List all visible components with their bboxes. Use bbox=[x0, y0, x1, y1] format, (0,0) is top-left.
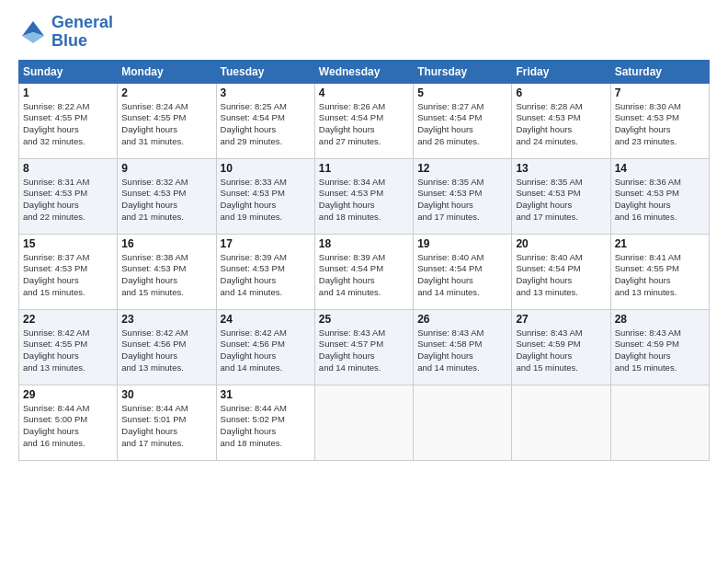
calendar-day-30: 30 Sunrise: 8:44 AM Sunset: 5:01 PM Dayl… bbox=[118, 385, 216, 460]
day-info: Sunrise: 8:43 AM Sunset: 4:59 PM Dayligh… bbox=[615, 327, 705, 374]
calendar-day-5: 5 Sunrise: 8:27 AM Sunset: 4:54 PM Dayli… bbox=[414, 83, 512, 158]
day-info: Sunrise: 8:42 AM Sunset: 4:56 PM Dayligh… bbox=[221, 327, 311, 374]
calendar-day-29: 29 Sunrise: 8:44 AM Sunset: 5:00 PM Dayl… bbox=[19, 385, 118, 460]
calendar-empty bbox=[610, 385, 709, 460]
day-number: 1 bbox=[23, 86, 113, 99]
calendar-empty bbox=[414, 385, 512, 460]
calendar-day-20: 20 Sunrise: 8:40 AM Sunset: 4:54 PM Dayl… bbox=[512, 234, 610, 309]
day-number: 30 bbox=[121, 388, 211, 401]
calendar-day-15: 15 Sunrise: 8:37 AM Sunset: 4:53 PM Dayl… bbox=[19, 234, 118, 309]
calendar-day-21: 21 Sunrise: 8:41 AM Sunset: 4:55 PM Dayl… bbox=[610, 234, 709, 309]
day-number: 19 bbox=[417, 237, 507, 250]
day-info: Sunrise: 8:35 AM Sunset: 4:53 PM Dayligh… bbox=[417, 177, 507, 224]
day-number: 28 bbox=[615, 313, 705, 326]
calendar-day-31: 31 Sunrise: 8:44 AM Sunset: 5:02 PM Dayl… bbox=[216, 385, 314, 460]
day-number: 18 bbox=[319, 237, 409, 250]
day-info: Sunrise: 8:31 AM Sunset: 4:53 PM Dayligh… bbox=[23, 177, 113, 224]
day-info: Sunrise: 8:22 AM Sunset: 4:55 PM Dayligh… bbox=[23, 101, 113, 148]
day-number: 15 bbox=[23, 237, 113, 250]
day-number: 21 bbox=[615, 237, 705, 250]
day-number: 27 bbox=[516, 313, 606, 326]
calendar-day-22: 22 Sunrise: 8:42 AM Sunset: 4:55 PM Dayl… bbox=[19, 309, 118, 385]
day-number: 31 bbox=[221, 388, 311, 401]
calendar-table: SundayMondayTuesdayWednesdayThursdayFrid… bbox=[18, 60, 710, 461]
calendar-day-24: 24 Sunrise: 8:42 AM Sunset: 4:56 PM Dayl… bbox=[216, 309, 314, 385]
day-number: 4 bbox=[319, 86, 409, 99]
day-number: 16 bbox=[121, 237, 211, 250]
calendar-empty bbox=[314, 385, 413, 460]
day-number: 6 bbox=[516, 86, 606, 99]
calendar-day-1: 1 Sunrise: 8:22 AM Sunset: 4:55 PM Dayli… bbox=[19, 83, 118, 158]
calendar-day-6: 6 Sunrise: 8:28 AM Sunset: 4:53 PM Dayli… bbox=[512, 83, 610, 158]
calendar-day-19: 19 Sunrise: 8:40 AM Sunset: 4:54 PM Dayl… bbox=[414, 234, 512, 309]
day-info: Sunrise: 8:37 AM Sunset: 4:53 PM Dayligh… bbox=[23, 252, 113, 299]
calendar-day-11: 11 Sunrise: 8:34 AM Sunset: 4:53 PM Dayl… bbox=[314, 158, 413, 234]
calendar-week-1: 1 Sunrise: 8:22 AM Sunset: 4:55 PM Dayli… bbox=[19, 83, 710, 158]
calendar-header-row: SundayMondayTuesdayWednesdayThursdayFrid… bbox=[19, 60, 710, 83]
calendar-day-12: 12 Sunrise: 8:35 AM Sunset: 4:53 PM Dayl… bbox=[414, 158, 512, 234]
calendar-week-2: 8 Sunrise: 8:31 AM Sunset: 4:53 PM Dayli… bbox=[19, 158, 710, 234]
header: General Blue bbox=[18, 14, 710, 51]
day-info: Sunrise: 8:42 AM Sunset: 4:56 PM Dayligh… bbox=[121, 327, 211, 374]
day-number: 24 bbox=[221, 313, 311, 326]
calendar-day-8: 8 Sunrise: 8:31 AM Sunset: 4:53 PM Dayli… bbox=[19, 158, 118, 234]
calendar-day-25: 25 Sunrise: 8:43 AM Sunset: 4:57 PM Dayl… bbox=[314, 309, 413, 385]
calendar-empty bbox=[512, 385, 610, 460]
day-number: 12 bbox=[417, 162, 507, 175]
calendar-day-7: 7 Sunrise: 8:30 AM Sunset: 4:53 PM Dayli… bbox=[610, 83, 709, 158]
calendar-day-17: 17 Sunrise: 8:39 AM Sunset: 4:53 PM Dayl… bbox=[216, 234, 314, 309]
calendar-day-26: 26 Sunrise: 8:43 AM Sunset: 4:58 PM Dayl… bbox=[414, 309, 512, 385]
day-info: Sunrise: 8:30 AM Sunset: 4:53 PM Dayligh… bbox=[615, 101, 705, 148]
day-number: 25 bbox=[319, 313, 409, 326]
day-info: Sunrise: 8:40 AM Sunset: 4:54 PM Dayligh… bbox=[417, 252, 507, 299]
calendar-day-23: 23 Sunrise: 8:42 AM Sunset: 4:56 PM Dayl… bbox=[118, 309, 216, 385]
calendar-day-27: 27 Sunrise: 8:43 AM Sunset: 4:59 PM Dayl… bbox=[512, 309, 610, 385]
day-number: 20 bbox=[516, 237, 606, 250]
day-info: Sunrise: 8:36 AM Sunset: 4:53 PM Dayligh… bbox=[615, 177, 705, 224]
day-info: Sunrise: 8:32 AM Sunset: 4:53 PM Dayligh… bbox=[121, 177, 211, 224]
day-info: Sunrise: 8:44 AM Sunset: 5:00 PM Dayligh… bbox=[23, 403, 113, 450]
calendar-day-13: 13 Sunrise: 8:35 AM Sunset: 4:53 PM Dayl… bbox=[512, 158, 610, 234]
day-number: 29 bbox=[23, 388, 113, 401]
day-number: 26 bbox=[417, 313, 507, 326]
day-number: 5 bbox=[417, 86, 507, 99]
day-number: 11 bbox=[319, 162, 409, 175]
day-info: Sunrise: 8:43 AM Sunset: 4:57 PM Dayligh… bbox=[319, 327, 409, 374]
day-number: 2 bbox=[121, 86, 211, 99]
day-number: 3 bbox=[221, 86, 311, 99]
calendar-day-3: 3 Sunrise: 8:25 AM Sunset: 4:54 PM Dayli… bbox=[216, 83, 314, 158]
logo-icon bbox=[18, 17, 48, 47]
day-number: 23 bbox=[121, 313, 211, 326]
day-info: Sunrise: 8:43 AM Sunset: 4:58 PM Dayligh… bbox=[417, 327, 507, 374]
day-number: 9 bbox=[121, 162, 211, 175]
day-info: Sunrise: 8:43 AM Sunset: 4:59 PM Dayligh… bbox=[516, 327, 606, 374]
day-number: 7 bbox=[615, 86, 705, 99]
day-info: Sunrise: 8:34 AM Sunset: 4:53 PM Dayligh… bbox=[319, 177, 409, 224]
calendar-week-3: 15 Sunrise: 8:37 AM Sunset: 4:53 PM Dayl… bbox=[19, 234, 710, 309]
calendar-day-9: 9 Sunrise: 8:32 AM Sunset: 4:53 PM Dayli… bbox=[118, 158, 216, 234]
day-info: Sunrise: 8:41 AM Sunset: 4:55 PM Dayligh… bbox=[615, 252, 705, 299]
day-info: Sunrise: 8:44 AM Sunset: 5:02 PM Dayligh… bbox=[221, 403, 311, 450]
calendar-day-2: 2 Sunrise: 8:24 AM Sunset: 4:55 PM Dayli… bbox=[118, 83, 216, 158]
calendar-header-friday: Friday bbox=[512, 60, 610, 83]
day-info: Sunrise: 8:39 AM Sunset: 4:53 PM Dayligh… bbox=[221, 252, 311, 299]
calendar-week-5: 29 Sunrise: 8:44 AM Sunset: 5:00 PM Dayl… bbox=[19, 385, 710, 460]
calendar-day-28: 28 Sunrise: 8:43 AM Sunset: 4:59 PM Dayl… bbox=[610, 309, 709, 385]
day-info: Sunrise: 8:24 AM Sunset: 4:55 PM Dayligh… bbox=[121, 101, 211, 148]
logo: General Blue bbox=[18, 14, 113, 51]
day-info: Sunrise: 8:39 AM Sunset: 4:54 PM Dayligh… bbox=[319, 252, 409, 299]
logo-text: General Blue bbox=[51, 14, 113, 51]
day-info: Sunrise: 8:25 AM Sunset: 4:54 PM Dayligh… bbox=[221, 101, 311, 148]
calendar-day-10: 10 Sunrise: 8:33 AM Sunset: 4:53 PM Dayl… bbox=[216, 158, 314, 234]
calendar-day-18: 18 Sunrise: 8:39 AM Sunset: 4:54 PM Dayl… bbox=[314, 234, 413, 309]
calendar-week-4: 22 Sunrise: 8:42 AM Sunset: 4:55 PM Dayl… bbox=[19, 309, 710, 385]
day-info: Sunrise: 8:35 AM Sunset: 4:53 PM Dayligh… bbox=[516, 177, 606, 224]
calendar-day-16: 16 Sunrise: 8:38 AM Sunset: 4:53 PM Dayl… bbox=[118, 234, 216, 309]
day-info: Sunrise: 8:27 AM Sunset: 4:54 PM Dayligh… bbox=[417, 101, 507, 148]
day-info: Sunrise: 8:38 AM Sunset: 4:53 PM Dayligh… bbox=[121, 252, 211, 299]
day-info: Sunrise: 8:33 AM Sunset: 4:53 PM Dayligh… bbox=[221, 177, 311, 224]
day-number: 22 bbox=[23, 313, 113, 326]
calendar-header-tuesday: Tuesday bbox=[216, 60, 314, 83]
calendar-day-4: 4 Sunrise: 8:26 AM Sunset: 4:54 PM Dayli… bbox=[314, 83, 413, 158]
day-info: Sunrise: 8:40 AM Sunset: 4:54 PM Dayligh… bbox=[516, 252, 606, 299]
